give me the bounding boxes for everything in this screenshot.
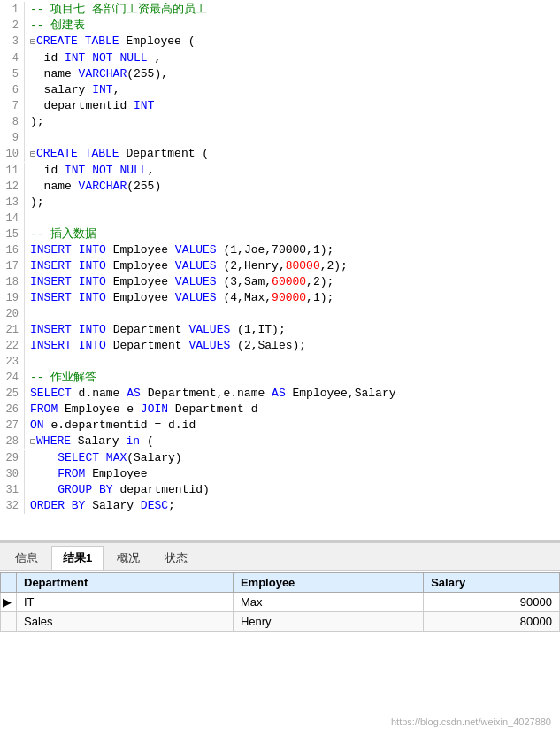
line-number: 17 bbox=[0, 258, 25, 274]
code-token: CREATE bbox=[36, 147, 78, 160]
code-token: INTO bbox=[79, 339, 106, 352]
code-token: e.departmentid = d.id bbox=[44, 418, 196, 432]
line-content: id INT NOT NULL, bbox=[30, 163, 560, 179]
code-line: 8); bbox=[0, 114, 560, 130]
comment-text: -- 插入数据 bbox=[30, 227, 96, 241]
code-token: (255), bbox=[127, 67, 168, 80]
code-token: SELECT bbox=[58, 451, 99, 464]
code-line: 5 name VARCHAR(255), bbox=[0, 66, 560, 82]
line-content: departmentid INT bbox=[30, 98, 560, 114]
code-line: 27ON e.departmentid = d.id bbox=[0, 418, 560, 433]
col-header-department: Department bbox=[17, 573, 234, 593]
code-token: INSERT bbox=[30, 323, 72, 336]
code-token: Salary bbox=[71, 434, 126, 448]
tab-状态[interactable]: 状态 bbox=[153, 546, 199, 570]
code-line: 3⊟CREATE TABLE Employee ( bbox=[0, 34, 560, 50]
table-cell: IT bbox=[17, 593, 234, 612]
code-token: VARCHAR bbox=[79, 67, 127, 80]
code-token: Department ( bbox=[119, 147, 209, 160]
col-header-employee: Employee bbox=[233, 573, 423, 593]
code-token: Department bbox=[106, 339, 189, 352]
code-token: Employee bbox=[106, 275, 175, 288]
line-content: ); bbox=[30, 114, 560, 130]
code-token: AS bbox=[127, 387, 141, 400]
line-content: ⊟WHERE Salary in ( bbox=[30, 433, 560, 450]
code-token: Department d bbox=[168, 402, 257, 416]
line-content: salary INT, bbox=[30, 82, 560, 98]
line-content bbox=[30, 211, 560, 226]
code-token: INT bbox=[65, 51, 85, 65]
line-content: INSERT INTO Employee VALUES (1,Joe,70000… bbox=[30, 242, 560, 258]
tab-结果1[interactable]: 结果1 bbox=[51, 546, 104, 570]
tab-信息[interactable]: 信息 bbox=[4, 546, 50, 570]
line-number: 29 bbox=[0, 450, 25, 466]
code-token: (4,Max, bbox=[217, 291, 272, 304]
line-content: id INT NOT NULL , bbox=[30, 50, 560, 66]
code-token: DESC bbox=[141, 499, 168, 512]
line-content: ); bbox=[30, 195, 560, 211]
code-token: (2,Henry, bbox=[217, 259, 286, 272]
tab-概况[interactable]: 概况 bbox=[105, 546, 151, 570]
code-editor: 1-- 项目七 各部门工资最高的员工2-- 创建表3⊟CREATE TABLE … bbox=[0, 0, 560, 541]
code-token: ORDER BY bbox=[30, 499, 85, 512]
header-row: DepartmentEmployeeSalary bbox=[1, 573, 560, 593]
line-number: 25 bbox=[0, 386, 25, 402]
code-token: (2,Sales); bbox=[230, 339, 306, 352]
code-line: 24-- 作业解答 bbox=[0, 370, 560, 386]
code-token: INTO bbox=[79, 275, 106, 288]
line-content: ⊟CREATE TABLE Employee ( bbox=[30, 34, 560, 50]
line-number: 18 bbox=[0, 274, 25, 290]
code-line: 17INSERT INTO Employee VALUES (2,Henry,8… bbox=[0, 258, 560, 274]
line-number: 13 bbox=[0, 195, 25, 211]
code-token: Employee bbox=[106, 291, 175, 304]
line-content: SELECT d.name AS Department,e.name AS Em… bbox=[30, 386, 560, 402]
line-content: name VARCHAR(255) bbox=[30, 179, 560, 195]
code-token: ON bbox=[30, 418, 44, 432]
line-number: 22 bbox=[0, 338, 25, 354]
line-number: 27 bbox=[0, 418, 25, 433]
code-line: 26FROM Employee e JOIN Department d bbox=[0, 402, 560, 418]
line-number: 5 bbox=[0, 66, 25, 82]
code-token: WHERE bbox=[36, 434, 71, 448]
code-line: 14 bbox=[0, 211, 560, 226]
code-token: INT bbox=[134, 99, 154, 112]
code-line: 13); bbox=[0, 195, 560, 211]
code-token: JOIN bbox=[141, 402, 168, 416]
code-line: 2-- 创建表 bbox=[0, 18, 560, 34]
line-content: INSERT INTO Employee VALUES (2,Henry,800… bbox=[30, 258, 560, 274]
code-token: INSERT bbox=[30, 339, 72, 352]
code-token: ); bbox=[30, 196, 44, 209]
table-row: ▶ITMax90000 bbox=[1, 593, 560, 612]
code-line: 20 bbox=[0, 306, 560, 322]
code-token: FROM bbox=[30, 402, 58, 416]
code-token bbox=[72, 275, 79, 288]
line-content bbox=[30, 306, 560, 322]
line-content: SELECT MAX(Salary) bbox=[30, 450, 560, 466]
line-number: 12 bbox=[0, 179, 25, 195]
code-line: 7 departmentid INT bbox=[0, 98, 560, 114]
line-number: 30 bbox=[0, 466, 25, 482]
line-content: INSERT INTO Employee VALUES (4,Max,90000… bbox=[30, 290, 560, 306]
code-token: name bbox=[30, 180, 79, 193]
code-line: 6 salary INT, bbox=[0, 82, 560, 98]
code-token: Employee,Salary bbox=[286, 387, 396, 400]
code-token: 60000 bbox=[272, 275, 306, 288]
line-number: 26 bbox=[0, 402, 25, 418]
code-token: NOT bbox=[92, 51, 112, 65]
code-token: 90000 bbox=[272, 291, 306, 304]
code-line: 32ORDER BY Salary DESC; bbox=[0, 498, 560, 514]
code-token: departmentid) bbox=[113, 483, 210, 496]
code-token: 80000 bbox=[286, 259, 320, 272]
code-token: INTO bbox=[79, 259, 106, 272]
table-cell: 80000 bbox=[424, 612, 560, 632]
code-line: 30 FROM Employee bbox=[0, 466, 560, 482]
line-content: ON e.departmentid = d.id bbox=[30, 418, 560, 433]
row-indicator bbox=[1, 612, 17, 632]
code-token: GROUP BY bbox=[58, 483, 112, 496]
table-cell: Henry bbox=[233, 612, 423, 632]
code-line: 31 GROUP BY departmentid) bbox=[0, 482, 560, 498]
code-line: 9 bbox=[0, 130, 560, 146]
code-token: Employee bbox=[85, 467, 147, 480]
code-token bbox=[72, 323, 79, 336]
table-body: ▶ITMax90000SalesHenry80000 bbox=[1, 593, 560, 632]
